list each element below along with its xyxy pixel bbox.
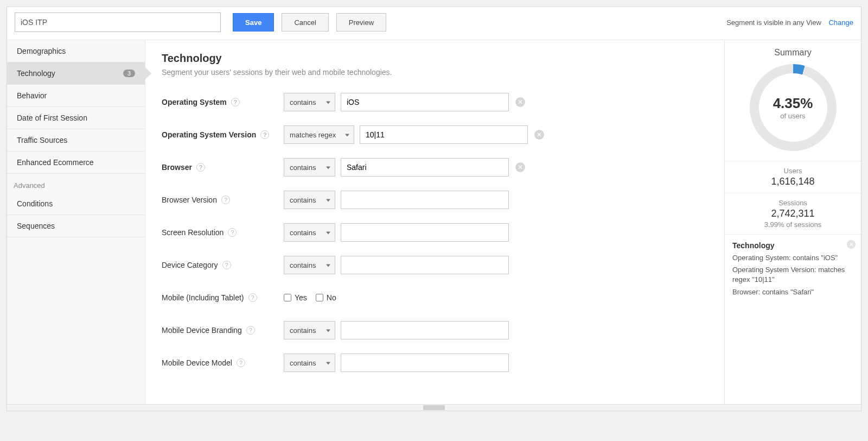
change-visibility-link[interactable]: Change: [828, 18, 853, 27]
sidebar-item-technology[interactable]: Technology 3: [7, 62, 145, 85]
row-operating-system: Operating System? contains ✕: [162, 93, 708, 111]
stat-users: Users 1,616,148: [725, 161, 861, 193]
main-subtitle: Segment your users' sessions by their we…: [162, 68, 708, 77]
operator-select[interactable]: contains: [284, 223, 335, 242]
summary-panel: Summary 4.35% of users Users 1,616,148 S…: [724, 40, 861, 404]
row-mobile-device-model: Mobile Device Model? contains: [162, 354, 708, 372]
help-icon[interactable]: ?: [260, 130, 269, 139]
operator-select[interactable]: contains: [284, 158, 335, 177]
chevron-down-icon: [326, 330, 330, 332]
row-label: Device Category?: [162, 261, 284, 269]
top-bar: Save Cancel Preview Segment is visible i…: [7, 7, 861, 40]
chevron-down-icon: [326, 264, 330, 267]
help-icon[interactable]: ?: [196, 163, 205, 172]
chevron-down-icon: [345, 134, 349, 137]
sidebar-item-sequences[interactable]: Sequences: [7, 215, 145, 237]
save-button[interactable]: Save: [233, 13, 274, 32]
cancel-button[interactable]: Cancel: [282, 13, 328, 32]
chevron-down-icon: [326, 362, 330, 365]
row-device-category: Device Category? contains: [162, 256, 708, 274]
row-label: Operating System?: [162, 98, 284, 106]
row-label: Mobile Device Model?: [162, 358, 284, 367]
summary-title: Summary: [725, 48, 861, 58]
sidebar-advanced-header: Advanced: [7, 174, 145, 193]
row-browser: Browser? contains ✕: [162, 158, 708, 177]
operator-select[interactable]: matches regex: [284, 125, 354, 144]
sidebar-item-behavior[interactable]: Behavior: [7, 85, 145, 107]
sidebar-item-demographics[interactable]: Demographics: [7, 40, 145, 62]
sidebar-item-enhanced-ecommerce[interactable]: Enhanced Ecommerce: [7, 152, 145, 174]
value-input[interactable]: [341, 256, 509, 274]
help-icon[interactable]: ?: [231, 98, 240, 106]
sidebar-item-date-first-session[interactable]: Date of First Session: [7, 107, 145, 129]
help-icon[interactable]: ?: [222, 261, 231, 269]
segment-builder-panel: Save Cancel Preview Segment is visible i…: [7, 7, 861, 411]
row-screen-resolution: Screen Resolution? contains: [162, 223, 708, 242]
chevron-down-icon: [326, 102, 330, 104]
preview-button[interactable]: Preview: [336, 13, 386, 32]
checkbox-no[interactable]: No: [316, 293, 336, 302]
chevron-down-icon: [326, 232, 330, 235]
value-input[interactable]: [341, 158, 509, 177]
help-icon[interactable]: ?: [246, 326, 255, 335]
row-label: Browser Version?: [162, 196, 284, 204]
operator-select[interactable]: contains: [284, 354, 335, 372]
operator-select[interactable]: contains: [284, 321, 335, 339]
donut-chart: 4.35% of users: [725, 64, 861, 151]
value-input[interactable]: [341, 223, 509, 242]
horizontal-scrollbar[interactable]: [7, 404, 861, 411]
clear-icon[interactable]: ✕: [515, 97, 525, 107]
value-input[interactable]: [341, 93, 509, 111]
sidebar: Demographics Technology 3 Behavior Date …: [7, 40, 145, 404]
operator-select[interactable]: contains: [284, 256, 335, 274]
value-input[interactable]: [341, 191, 509, 209]
row-label: Screen Resolution?: [162, 228, 284, 237]
row-label: Mobile (Including Tablet)?: [162, 293, 284, 302]
value-input[interactable]: [341, 321, 509, 339]
help-icon[interactable]: ?: [248, 293, 257, 302]
row-mobile-device-branding: Mobile Device Branding? contains: [162, 321, 708, 339]
row-browser-version: Browser Version? contains: [162, 191, 708, 209]
segment-name-input[interactable]: [15, 12, 221, 32]
scrollbar-thumb[interactable]: [423, 405, 445, 410]
value-input[interactable]: [360, 125, 528, 144]
help-icon[interactable]: ?: [221, 196, 230, 204]
visibility-text: Segment is visible in any View Change: [726, 18, 853, 27]
stat-sessions: Sessions 2,742,311 3.99% of sessions: [725, 193, 861, 234]
close-icon[interactable]: ✕: [847, 240, 856, 249]
body-wrap: Demographics Technology 3 Behavior Date …: [7, 40, 861, 404]
checkbox-yes[interactable]: Yes: [284, 293, 307, 302]
clear-icon[interactable]: ✕: [515, 162, 525, 172]
chevron-down-icon: [326, 199, 330, 202]
clear-icon[interactable]: ✕: [534, 130, 544, 140]
row-label: Mobile Device Branding?: [162, 326, 284, 335]
sidebar-item-traffic-sources[interactable]: Traffic Sources: [7, 129, 145, 152]
row-label: Browser?: [162, 163, 284, 172]
chevron-down-icon: [326, 167, 330, 169]
filter-summary: ✕ Technology Operating System: contains …: [725, 234, 861, 306]
value-input[interactable]: [341, 354, 509, 372]
checkbox-input[interactable]: [316, 294, 323, 301]
operator-select[interactable]: contains: [284, 93, 335, 111]
sidebar-item-conditions[interactable]: Conditions: [7, 193, 145, 215]
main-content: Technology Segment your users' sessions …: [145, 40, 724, 404]
summary-percent-label: of users: [773, 112, 813, 120]
operator-select[interactable]: contains: [284, 191, 335, 209]
checkbox-input[interactable]: [284, 294, 291, 301]
main-title: Technology: [162, 52, 708, 65]
row-os-version: Operating System Version? matches regex …: [162, 125, 708, 144]
row-label: Operating System Version?: [162, 130, 284, 139]
summary-percent: 4.35%: [773, 95, 813, 112]
row-mobile-including-tablet: Mobile (Including Tablet)? Yes No: [162, 288, 708, 307]
help-icon[interactable]: ?: [237, 358, 245, 367]
sidebar-badge: 3: [123, 70, 135, 77]
help-icon[interactable]: ?: [228, 228, 237, 237]
